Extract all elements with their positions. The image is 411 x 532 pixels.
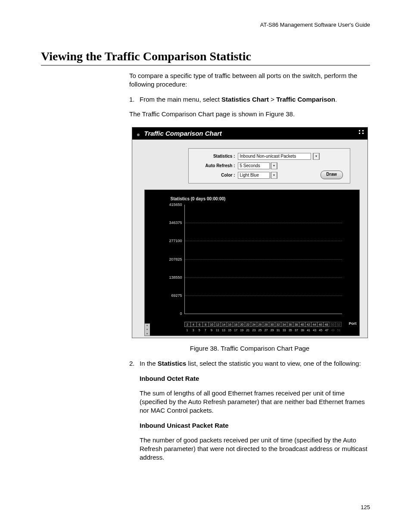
gridline xyxy=(185,259,342,260)
chevron-down-icon: ▾ xyxy=(271,162,277,169)
x-tick-odd: 25 xyxy=(257,328,263,332)
options-icon[interactable] xyxy=(357,130,364,137)
x-tick-odd: 35 xyxy=(287,328,293,332)
x-tick-even: 50 xyxy=(329,322,335,327)
x-tick-even: 46 xyxy=(317,322,323,327)
x-tick-even: 18 xyxy=(233,322,239,327)
statistics-select[interactable]: Inbound Non-unicast Packets xyxy=(238,153,311,160)
step2-a: In the xyxy=(140,360,158,367)
step-number: 1. xyxy=(129,95,140,104)
statistics-value: Inbound Non-unicast Packets xyxy=(240,153,296,159)
x-tick-even: 32 xyxy=(275,322,281,327)
y-tick-label: 346375 xyxy=(169,220,182,225)
color-select[interactable]: Light Blue xyxy=(238,172,270,179)
x-tick-odd: 29 xyxy=(269,328,275,332)
autorefresh-select[interactable]: 5 Seconds xyxy=(238,162,270,169)
x-axis-even-row: 2468101214161820222426283032343638404244… xyxy=(184,322,342,327)
x-tick-even: 12 xyxy=(215,322,221,327)
step-number: 2. xyxy=(129,359,140,368)
x-tick-even: 24 xyxy=(251,322,257,327)
x-tick-odd: 41 xyxy=(305,328,311,332)
x-tick-odd: 37 xyxy=(293,328,299,332)
body-content: To compare a specific type of traffic be… xyxy=(129,72,370,462)
step1-gt: > xyxy=(269,96,276,103)
row-statistics: Statistics : Inbound Non-unicast Packets… xyxy=(194,153,345,160)
figure-38: Traffic Comparison Chart Statistics : In… xyxy=(129,127,370,353)
x-tick-even: 8 xyxy=(202,322,209,327)
chevron-down-icon: ▾ xyxy=(313,153,319,160)
step1-after: The Traffic Comparison Chart page is sho… xyxy=(129,110,370,118)
gridline xyxy=(185,223,342,223)
x-tick-odd: 13 xyxy=(221,328,227,332)
x-tick-even: 20 xyxy=(239,322,245,327)
definition-2: Inbound Unicast Packet Rate The number o… xyxy=(140,421,370,462)
autorefresh-label: Auto Refresh : xyxy=(194,163,235,169)
color-value: Light Blue xyxy=(240,172,259,178)
page-number: 125 xyxy=(361,504,370,510)
x-tick-odd: 19 xyxy=(239,328,245,332)
color-select-arrow[interactable]: ▾ xyxy=(271,172,277,179)
statistics-label: Statistics : xyxy=(194,153,235,159)
def1-head: Inbound Octet Rate xyxy=(140,374,370,383)
chart-title: Statistics (0 days 00:00:00) xyxy=(171,196,356,202)
plot-area: 069275138550207825277100346375415650 xyxy=(184,205,342,314)
x-tick-even: 28 xyxy=(263,322,269,327)
x-tick-odd: 17 xyxy=(233,328,239,332)
x-tick-odd: 23 xyxy=(251,328,257,332)
def2-head: Inbound Unicast Packet Rate xyxy=(140,421,370,430)
y-tick-label: 207825 xyxy=(169,256,182,261)
resize-handle[interactable] xyxy=(145,324,150,336)
app-window: Traffic Comparison Chart Statistics : In… xyxy=(132,127,368,338)
x-tick-even: 6 xyxy=(196,322,202,327)
y-tick-label: 69275 xyxy=(171,293,182,298)
x-tick-odd: 7 xyxy=(202,328,209,332)
autorefresh-select-arrow[interactable]: ▾ xyxy=(271,162,277,169)
chart-panel: Statistics (0 days 00:00:00) 06927513855… xyxy=(144,190,360,336)
x-tick-odd: 3 xyxy=(190,328,196,332)
gridline xyxy=(185,296,342,296)
x-tick-even: 26 xyxy=(257,322,263,327)
row-autorefresh: Auto Refresh : 5 Seconds ▾ xyxy=(194,162,345,169)
x-tick-even: 34 xyxy=(281,322,287,327)
definition-1: Inbound Octet Rate The sum of lengths of… xyxy=(140,374,370,415)
controls-panel: Statistics : Inbound Non-unicast Packets… xyxy=(188,148,350,184)
x-tick-even: 22 xyxy=(245,322,251,327)
x-tick-odd: 51 xyxy=(336,328,342,332)
statistics-select-arrow[interactable]: ▾ xyxy=(313,153,320,160)
step1-leadin: From the main menu, select xyxy=(140,96,221,103)
x-tick-odd: 9 xyxy=(209,328,215,332)
svg-point-0 xyxy=(137,134,140,136)
x-tick-odd: 33 xyxy=(281,328,287,332)
x-tick-odd: 27 xyxy=(263,328,269,332)
step-1: 1.From the main menu, select Statistics … xyxy=(129,95,370,104)
x-tick-odd: 15 xyxy=(227,328,233,332)
def2-body: The number of good packets received per … xyxy=(140,436,370,462)
x-axis-label: Port xyxy=(349,321,357,326)
x-tick-odd: 5 xyxy=(196,328,202,332)
x-tick-odd: 43 xyxy=(311,328,318,332)
y-tick-label: 0 xyxy=(180,311,182,316)
document-page: AT-S86 Management Software User's Guide … xyxy=(0,0,411,532)
x-tick-odd: 11 xyxy=(215,328,221,332)
x-tick-odd: 31 xyxy=(275,328,281,332)
step1-period: . xyxy=(335,96,337,103)
step2-bold: Statistics xyxy=(158,360,187,367)
title-bar: Traffic Comparison Chart xyxy=(132,128,367,140)
step-2: 2.In the Statistics list, select the sta… xyxy=(129,359,370,368)
intro-paragraph: To compare a specific type of traffic be… xyxy=(129,72,370,89)
draw-button[interactable]: Draw xyxy=(321,171,343,179)
x-tick-even: 40 xyxy=(299,322,305,327)
step1-bold-b: Traffic Comparison xyxy=(276,96,335,103)
step2-b: list, select the statistic you want to v… xyxy=(186,360,361,367)
x-tick-odd: 45 xyxy=(318,328,324,332)
y-tick-label: 138550 xyxy=(169,275,182,280)
step1-bold-a: Statistics Chart xyxy=(221,96,269,103)
x-tick-even: 44 xyxy=(311,322,317,327)
color-label: Color : xyxy=(194,172,235,178)
x-tick-even: 30 xyxy=(269,322,275,327)
x-tick-odd: 49 xyxy=(330,328,336,332)
x-tick-even: 16 xyxy=(227,322,233,327)
x-tick-even: 48 xyxy=(323,322,329,327)
x-tick-even: 52 xyxy=(335,322,342,327)
x-tick-odd: 1 xyxy=(184,328,190,332)
